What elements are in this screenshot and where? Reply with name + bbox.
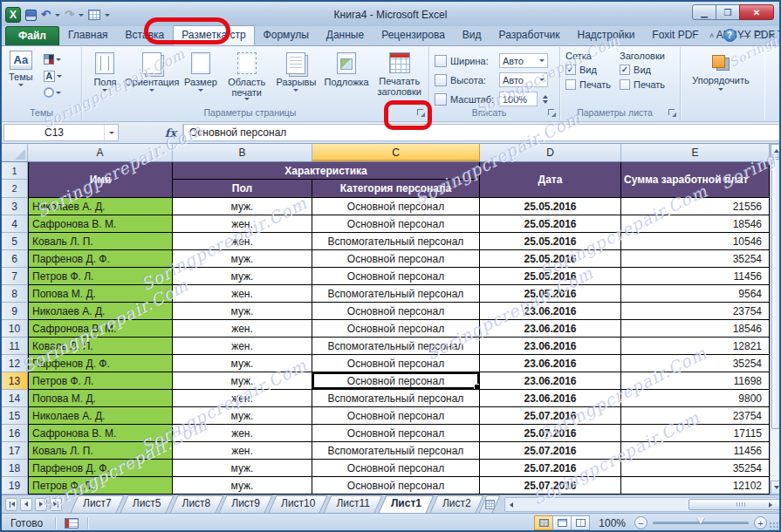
- cell-gender[interactable]: жен.: [173, 215, 312, 233]
- tab-view[interactable]: Вид: [454, 25, 490, 45]
- size-button[interactable]: Размер: [180, 49, 223, 92]
- workbook-restore-icon[interactable]: ❐: [756, 31, 764, 40]
- cell-name[interactable]: Николаев А. Д.: [28, 198, 173, 215]
- themes-button[interactable]: Aa Темы: [9, 47, 33, 86]
- row-header[interactable]: 15: [2, 407, 28, 425]
- tab-page-layout[interactable]: Разметка стр: [173, 25, 254, 45]
- cell-category[interactable]: Основной персонал: [312, 460, 480, 477]
- breaks-button[interactable]: Разрывы: [271, 49, 321, 92]
- cell-name[interactable]: Коваль Л. П.: [28, 233, 173, 250]
- minimize-button[interactable]: ▁: [692, 4, 716, 20]
- close-button[interactable]: ✕: [739, 4, 774, 20]
- sheet-tab-лист10[interactable]: Лист10: [271, 495, 325, 513]
- zoom-level[interactable]: 100%: [599, 517, 626, 529]
- orientation-button[interactable]: Ориентация: [125, 49, 180, 92]
- scroll-up-icon[interactable]: [771, 144, 781, 158]
- cell-salary[interactable]: 12102: [621, 477, 770, 494]
- fit-dialog-launcher-icon[interactable]: [548, 109, 557, 118]
- cell-category[interactable]: Вспомогательный персонал: [312, 442, 480, 460]
- cell-date[interactable]: 23.06.2016: [480, 372, 621, 390]
- last-sheet-icon[interactable]: [50, 498, 62, 511]
- horizontal-scrollbar[interactable]: [504, 497, 778, 512]
- tab-data[interactable]: Данные: [318, 25, 373, 45]
- page-break-view-button[interactable]: [571, 515, 590, 530]
- tab-addins[interactable]: Надстройки: [569, 25, 644, 45]
- cell-name[interactable]: Петров Ф. Л.: [28, 477, 173, 494]
- row-header-2[interactable]: 2: [2, 180, 28, 198]
- cell-gender[interactable]: жен.: [173, 338, 312, 355]
- zoom-slider-handle[interactable]: [696, 517, 705, 524]
- cell-salary[interactable]: 35254: [621, 250, 770, 268]
- height-select[interactable]: Авто: [499, 72, 548, 87]
- cell-category[interactable]: Основной персонал: [312, 477, 480, 494]
- cell-gender[interactable]: жен.: [173, 320, 312, 338]
- cell-gender[interactable]: муж.: [173, 198, 312, 215]
- cell-date[interactable]: 23.06.2016: [480, 338, 621, 355]
- cell-gender[interactable]: муж.: [173, 460, 312, 477]
- cell-gender[interactable]: жен.: [173, 425, 312, 442]
- row-header[interactable]: 7: [2, 268, 28, 285]
- row-header[interactable]: 12: [2, 355, 28, 372]
- cell-category[interactable]: Основной персонал: [312, 425, 480, 442]
- cell-salary[interactable]: 18546: [621, 215, 770, 233]
- row-header[interactable]: 3: [2, 198, 28, 215]
- collapse-ribbon-icon[interactable]: ˄: [706, 31, 718, 41]
- cell-category[interactable]: Вспомогательный персонал: [312, 390, 480, 407]
- cell-date[interactable]: 25.07.2016: [480, 477, 621, 494]
- tab-formulas[interactable]: Формулы: [255, 25, 318, 45]
- theme-effects-button[interactable]: [42, 85, 63, 99]
- cell-name[interactable]: Сафронова В. М.: [28, 320, 173, 338]
- row-header-1[interactable]: 1: [2, 162, 28, 180]
- row-header[interactable]: 9: [2, 303, 28, 320]
- cell-category[interactable]: Вспомогательный персонал: [312, 285, 480, 303]
- background-button[interactable]: Подложка: [321, 49, 373, 87]
- cell-name[interactable]: Парфенов Д. Ф.: [28, 355, 173, 372]
- checkbox-checked-icon[interactable]: ✓: [565, 65, 576, 75]
- cell-category[interactable]: Основной персонал: [312, 268, 480, 285]
- sheet-tab-лист7[interactable]: Лист7: [72, 495, 122, 513]
- cell-salary[interactable]: 10546: [621, 233, 770, 250]
- cell-salary[interactable]: 11698: [621, 372, 770, 390]
- vertical-scrollbar-thumb[interactable]: [771, 159, 781, 429]
- column-header-e[interactable]: E: [621, 144, 770, 161]
- header-cell-characteristic[interactable]: Характеристика: [173, 162, 480, 180]
- cell-salary[interactable]: 9564: [621, 285, 770, 303]
- cell-salary[interactable]: 9800: [621, 390, 770, 407]
- column-header-a[interactable]: A: [28, 144, 173, 161]
- cell-name[interactable]: Попова М. Д.: [28, 390, 173, 407]
- cell-name[interactable]: Парфенов Д. Ф.: [28, 250, 173, 268]
- cell-salary[interactable]: 35254: [621, 460, 770, 477]
- arrange-button[interactable]: Упорядочить: [681, 47, 761, 91]
- help-icon[interactable]: ?: [723, 29, 736, 42]
- workbook-close-icon[interactable]: ✕: [769, 31, 776, 40]
- theme-colors-button[interactable]: [42, 52, 63, 66]
- vertical-scrollbar[interactable]: [770, 144, 781, 494]
- cell-date[interactable]: 25.05.2016: [480, 198, 621, 215]
- tab-file[interactable]: Файл: [5, 26, 59, 45]
- header-cell-date[interactable]: Дата: [480, 162, 621, 198]
- select-all-corner[interactable]: [2, 144, 28, 161]
- header-cell-category[interactable]: Категория персонала: [312, 180, 480, 198]
- row-header[interactable]: 16: [2, 425, 28, 442]
- checkbox-checked-icon[interactable]: ✓: [620, 65, 630, 75]
- cell-date[interactable]: 25.07.2016: [480, 460, 621, 477]
- cell-name[interactable]: Николаев А. Д.: [28, 407, 173, 425]
- cell-date[interactable]: 25.07.2016: [480, 442, 621, 460]
- cell-date[interactable]: 25.07.2016: [480, 425, 621, 442]
- column-header-d[interactable]: D: [480, 144, 621, 161]
- cell-name[interactable]: Петров Ф. Л.: [28, 268, 173, 285]
- sheet-options-dialog-launcher-icon[interactable]: [668, 109, 677, 118]
- cell-date[interactable]: 25.07.2016: [480, 407, 621, 425]
- row-header[interactable]: 11: [2, 338, 28, 355]
- cell-name[interactable]: Сафронова В. М.: [28, 425, 173, 442]
- name-box-dropdown-icon[interactable]: [104, 125, 118, 140]
- cell-category[interactable]: Основной персонал: [312, 215, 480, 233]
- scale-input[interactable]: 100%: [499, 92, 538, 106]
- tab-insert[interactable]: Вставка: [117, 25, 174, 45]
- row-header[interactable]: 8: [2, 285, 28, 303]
- checkbox-unchecked-icon[interactable]: [620, 79, 630, 90]
- cell-date[interactable]: 23.06.2016: [480, 303, 621, 320]
- cell-salary[interactable]: 35254: [621, 355, 770, 372]
- name-box[interactable]: C13: [3, 124, 119, 141]
- cell-name[interactable]: Попова М. Д.: [28, 285, 173, 303]
